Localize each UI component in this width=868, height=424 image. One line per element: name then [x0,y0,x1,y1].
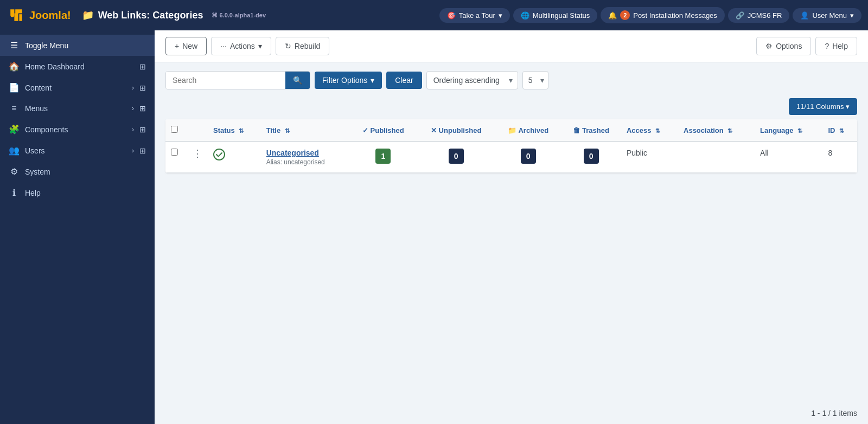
system-icon: ⚙ [9,166,20,177]
published-count-badge[interactable]: 1 [375,149,391,164]
take-a-tour-button[interactable]: 🎯 Take a Tour ▾ [439,8,510,23]
filter-chevron-icon: ▾ [371,76,374,85]
actions-dots-icon: ··· [220,42,227,50]
sidebar-item-system[interactable]: ⚙ System [0,161,155,182]
brand: Joomla! [7,5,71,25]
actions-button[interactable]: ··· Actions ▾ [211,37,271,55]
th-id[interactable]: ID ⇅ [822,119,857,142]
row-drag-cell: ⋮ [187,142,208,173]
content-icon: 📄 [9,82,20,93]
status-published-icon[interactable] [213,150,225,163]
user-menu-button[interactable]: 👤 User Menu ▾ [793,8,861,23]
row-id-cell: 8 [822,142,857,173]
row-title-link[interactable]: Uncategorised [266,149,319,157]
sidebar-item-toggle-menu[interactable]: ☰ Toggle Menu [0,35,155,56]
row-unpublished-cell: 0 [417,142,495,173]
new-button[interactable]: + New [165,37,207,55]
th-unpublished: ✕ Unpublished [417,119,495,142]
page-title: Web Links: Categories [98,10,203,21]
trashed-bin-icon: 🗑 [573,126,582,134]
filter-options-label: Filter Options [322,76,367,85]
toolbar-right: ⚙ Options ? Help [756,37,857,55]
svg-point-1 [214,149,225,160]
menus-grid-icon: ⊞ [139,104,146,113]
jcms-label: JCMS6 FR [748,11,782,20]
id-col-label: ID [828,126,835,134]
row-menu-icon[interactable]: ⋮ [193,148,202,159]
trashed-count-badge[interactable]: 0 [584,149,599,164]
rebuild-button[interactable]: ↻ Rebuild [276,37,329,55]
search-input[interactable] [166,72,285,89]
post-installation-label: Post Installation Messages [633,11,717,20]
options-button[interactable]: ⚙ Options [756,37,811,55]
clear-button[interactable]: Clear [386,72,422,89]
help-button[interactable]: ? Help [815,37,857,55]
content-label: Content [25,83,126,92]
rebuild-icon: ↻ [285,42,291,50]
th-association[interactable]: Association ⇅ [678,119,755,142]
home-dashboard-label: Home Dashboard [25,62,134,71]
columns-bar: 11/11 Columns ▾ [165,98,857,119]
columns-label: 11/11 Columns ▾ [796,102,850,111]
row-access-value: Public [627,149,647,157]
navbar: Joomla! 📁 Web Links: Categories ⌘ 6.0.0-… [0,0,868,30]
sidebar-item-content[interactable]: 📄 Content › ⊞ [0,77,155,98]
help-question-icon: ? [825,42,829,50]
th-language[interactable]: Language ⇅ [755,119,822,142]
select-all-checkbox[interactable] [171,126,178,133]
th-status[interactable]: Status ⇅ [208,119,261,142]
actions-chevron-icon: ▾ [258,42,262,50]
multilingual-status-button[interactable]: 🌐 Multilingual Status [513,8,598,23]
th-access[interactable]: Access ⇅ [621,119,678,142]
archived-count-badge[interactable]: 0 [521,149,536,164]
search-button[interactable]: 🔍 [285,72,310,89]
components-chevron-icon: › [132,126,134,133]
sidebar-item-components[interactable]: 🧩 Components › ⊞ [0,119,155,140]
tour-chevron-icon: ▾ [499,11,502,20]
row-association-cell [678,142,755,173]
user-menu-label: User Menu [812,11,847,20]
home-grid-icon: ⊞ [139,62,146,71]
tour-label: Take a Tour [459,11,495,20]
sidebar-item-menus[interactable]: ≡ Menus › ⊞ [0,98,155,119]
folder-icon: 📁 [82,9,94,21]
main-layout: ☰ Toggle Menu 🏠 Home Dashboard ⊞ 📄 Conte… [0,30,868,424]
sidebar-item-users[interactable]: 👥 Users › ⊞ [0,140,155,161]
count-select-wrapper: 5 [522,71,548,89]
content-chevron-icon: › [132,84,134,92]
published-col-label: Published [371,126,404,134]
user-chevron-icon: ▾ [850,11,854,20]
row-title-cell: Uncategorised Alias: uncategorised [261,142,350,173]
table-container: 11/11 Columns ▾ Status ⇅ [155,98,868,402]
post-installation-messages-button[interactable]: 🔔 2 Post Installation Messages [601,7,725,23]
status-sort-icon: ⇅ [239,127,244,134]
row-alias: Alias: uncategorised [266,158,344,166]
filter-options-button[interactable]: Filter Options ▾ [315,72,382,89]
jcms-button[interactable]: 🔗 JCMS6 FR [728,8,790,23]
notification-count: 2 [620,10,630,20]
components-label: Components [25,125,126,134]
columns-button[interactable]: 11/11 Columns ▾ [789,98,857,115]
categories-table: Status ⇅ Title ⇅ ✓ Published ✕ [165,119,857,173]
joomla-wordmark: Joomla! [29,9,71,22]
th-title[interactable]: Title ⇅ [261,119,350,142]
ordering-select[interactable]: Ordering ascending [426,71,518,89]
help-label: Help [25,189,146,197]
row-id-value: 8 [828,149,832,157]
row-checkbox[interactable] [171,149,178,156]
content-grid-icon: ⊞ [139,83,146,92]
sidebar-item-home-dashboard[interactable]: 🏠 Home Dashboard ⊞ [0,56,155,77]
menus-chevron-icon: › [132,105,134,112]
count-select[interactable]: 5 [522,71,548,89]
row-access-cell: Public [621,142,678,173]
access-col-label: Access [627,126,652,134]
rebuild-label: Rebuild [295,42,320,50]
sidebar-item-help[interactable]: ℹ Help [0,182,155,203]
title-col-label: Title [266,126,281,134]
actions-label: Actions [230,42,255,50]
ordering-select-wrapper: Ordering ascending [426,71,518,89]
unpublished-x-icon: ✕ [431,126,439,134]
unpublished-count-badge[interactable]: 0 [449,149,464,164]
jcms-icon: 🔗 [736,11,744,20]
new-label: New [182,42,197,50]
